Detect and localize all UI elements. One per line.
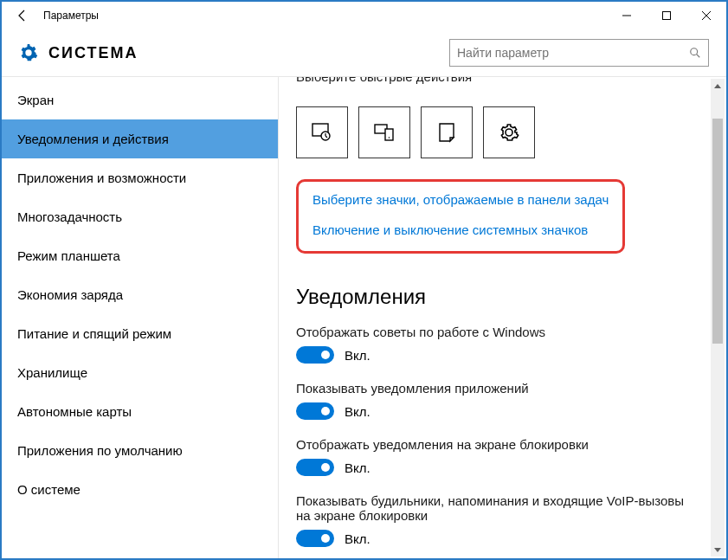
sidebar-item-display[interactable]: Экран	[2, 80, 278, 119]
sidebar-item-label: Уведомления и действия	[17, 132, 169, 146]
scroll-thumb[interactable]	[712, 119, 723, 344]
window-controls	[607, 2, 726, 29]
quick-action-tablet[interactable]	[296, 106, 348, 158]
sidebar-item-label: О системе	[17, 482, 81, 497]
scroll-track[interactable]	[711, 93, 725, 543]
quick-action-note[interactable]	[421, 106, 473, 158]
toggle-state: Вкл.	[345, 404, 370, 419]
sidebar-item-label: Экономия заряда	[17, 287, 123, 302]
sidebar-item-about[interactable]: О системе	[2, 470, 278, 509]
sidebar-item-battery[interactable]: Экономия заряда	[2, 275, 278, 314]
sidebar-item-power[interactable]: Питание и спящий режим	[2, 314, 278, 353]
setting-label: Показывать будильники, напоминания и вхо…	[296, 493, 692, 523]
setting-lockscreen-notifications: Отображать уведомления на экране блокиро…	[296, 437, 692, 476]
sidebar-item-tablet[interactable]: Режим планшета	[2, 236, 278, 275]
scroll-up-button[interactable]	[711, 79, 725, 93]
setting-label: Отображать советы по работе с Windows	[296, 325, 692, 339]
setting-label: Показывать уведомления приложений	[296, 381, 692, 396]
close-button[interactable]	[686, 2, 726, 29]
sidebar-item-multitasking[interactable]: Многозадачность	[2, 197, 278, 236]
svg-point-4	[691, 48, 698, 55]
tablet-touch-icon	[310, 120, 334, 145]
content-pane: Выберите быстрые действия	[279, 77, 726, 558]
sidebar-item-label: Многозадачность	[17, 209, 122, 224]
toggle-switch[interactable]	[296, 459, 334, 476]
setting-app-notifications: Показывать уведомления приложений Вкл.	[296, 381, 692, 420]
svg-rect-9	[385, 129, 393, 140]
highlighted-links: Выберите значки, отображаемые в панели з…	[296, 179, 625, 254]
quick-action-settings[interactable]	[483, 106, 535, 158]
note-icon	[435, 120, 459, 145]
quick-actions-row	[296, 106, 692, 158]
gear-icon	[499, 122, 519, 143]
sidebar-item-label: Экран	[17, 93, 54, 107]
setting-alarms-voip: Показывать будильники, напоминания и вхо…	[296, 493, 692, 547]
back-button[interactable]	[9, 2, 36, 29]
svg-point-10	[389, 137, 390, 138]
search-input[interactable]	[457, 46, 689, 60]
sidebar-item-maps[interactable]: Автономные карты	[2, 392, 278, 431]
scroll-down-button[interactable]	[711, 543, 725, 557]
toggle-switch[interactable]	[296, 402, 334, 420]
sidebar-item-label: Приложения и возможности	[17, 171, 186, 185]
sidebar-item-label: Автономные карты	[17, 404, 132, 419]
search-box[interactable]	[449, 39, 709, 67]
devices-icon	[372, 120, 396, 145]
scrollbar	[711, 79, 725, 557]
page-header: Система	[2, 29, 726, 76]
toggle-state: Вкл.	[345, 531, 370, 546]
sidebar-item-storage[interactable]: Хранилище	[2, 353, 278, 392]
quick-action-connect[interactable]	[358, 106, 410, 158]
minimize-button[interactable]	[607, 2, 647, 29]
section-title-notifications: Уведомления	[296, 285, 692, 309]
sidebar-item-label: Питание и спящий режим	[17, 326, 171, 341]
gear-icon	[19, 43, 38, 62]
svg-line-5	[697, 55, 700, 58]
settings-window: Параметры Система Экран Уведомления и де…	[0, 0, 728, 560]
toggle-switch[interactable]	[296, 530, 334, 547]
svg-rect-1	[663, 12, 671, 20]
toggle-state: Вкл.	[345, 348, 370, 363]
maximize-button[interactable]	[647, 2, 686, 29]
setting-windows-tips: Отображать советы по работе с Windows Вк…	[296, 325, 692, 364]
sidebar-item-label: Хранилище	[17, 365, 87, 380]
link-system-icons[interactable]: Включение и выключение системных значков	[312, 221, 609, 239]
setting-label: Отображать уведомления на экране блокиро…	[296, 437, 692, 452]
quick-actions-heading: Выберите быстрые действия	[296, 77, 692, 91]
toggle-state: Вкл.	[345, 460, 370, 475]
sidebar-item-default-apps[interactable]: Приложения по умолчанию	[2, 431, 278, 470]
sidebar-item-label: Режим планшета	[17, 248, 120, 263]
titlebar: Параметры	[2, 2, 726, 29]
search-icon	[689, 47, 701, 59]
sidebar-item-notifications[interactable]: Уведомления и действия	[2, 119, 278, 158]
sidebar: Экран Уведомления и действия Приложения …	[2, 77, 279, 558]
toggle-switch[interactable]	[296, 346, 334, 364]
body: Экран Уведомления и действия Приложения …	[2, 76, 726, 558]
page-title: Система	[48, 44, 449, 62]
link-taskbar-icons[interactable]: Выберите значки, отображаемые в панели з…	[312, 190, 609, 209]
window-title: Параметры	[43, 10, 607, 22]
sidebar-item-label: Приложения по умолчанию	[17, 443, 183, 458]
sidebar-item-apps[interactable]: Приложения и возможности	[2, 158, 278, 197]
